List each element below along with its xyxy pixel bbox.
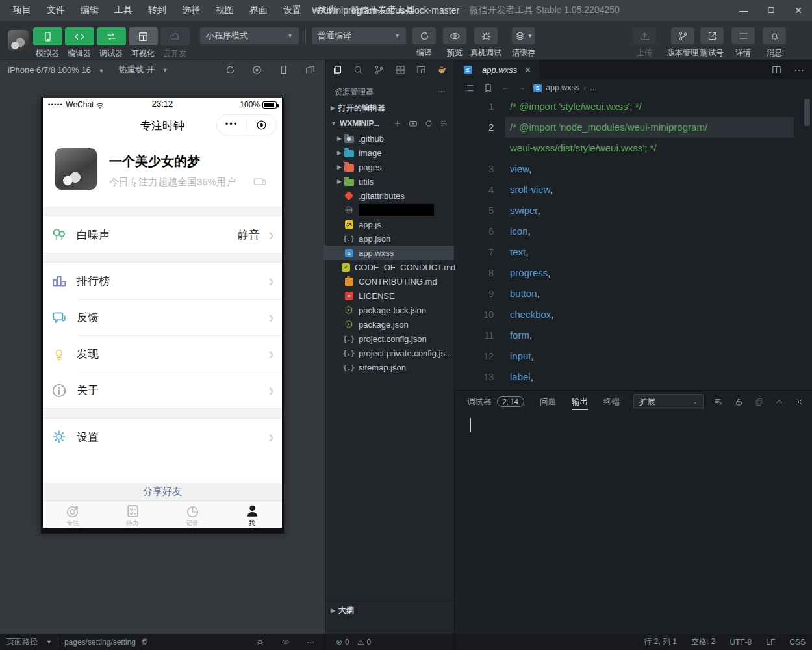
more-icon[interactable]: ⋯ [307,638,314,647]
menu-item[interactable]: 文件 [40,3,71,18]
collapse-all-icon[interactable] [440,119,449,128]
file-row[interactable]: ▶ CONTRIBUTING.md [325,274,454,289]
errors-icon[interactable]: ⊗ [336,638,342,647]
file-row[interactable]: ▶ S app.wxss [325,246,454,260]
forward-arrow-icon[interactable]: → [518,83,526,92]
file-row[interactable]: ▶ {.} project.config.json [325,332,454,346]
code-line[interactable]: 7text, [455,242,812,263]
eol-setting[interactable]: LF [766,638,775,647]
tab-bar-item[interactable]: 专注 [43,501,103,528]
vconsole-bug-icon[interactable] [256,638,264,646]
record-screen-icon[interactable] [251,64,262,75]
indent-setting[interactable]: 空格: 2 [691,636,715,647]
toolbar-panel-toggle[interactable]: 编辑器 [64,27,94,59]
file-row[interactable]: ▶ package.json [325,317,454,332]
copy-path-icon[interactable] [140,638,149,646]
warnings-icon[interactable]: ⚠ [357,638,364,647]
menu-row[interactable]: 关于 › [43,372,282,408]
debug-tab[interactable]: 输出 [572,391,588,413]
tab-bar-item[interactable]: 待办 [103,501,162,528]
split-editor-icon[interactable] [771,64,782,75]
file-row[interactable]: ▶ JS app.js [325,217,454,231]
multi-window-icon[interactable] [305,64,316,75]
back-arrow-icon[interactable]: ← [501,83,510,92]
toolbar-action-button[interactable]: 测试号 [694,27,730,58]
file-row[interactable]: ▶ ✓ CODE_OF_CONDUCT.md [325,260,454,274]
file-row[interactable]: ▶ ████████ [325,203,454,217]
file-row[interactable]: ▶ .github [325,131,454,146]
debug-tab[interactable]: 终端 [603,391,620,413]
activity-icon[interactable] [416,64,427,75]
close-panel-icon[interactable] [794,397,804,407]
copy-output-icon[interactable] [754,397,764,407]
new-folder-icon[interactable] [409,119,418,128]
device-select[interactable]: iPhone 6/7/8 100% 16 ▼ [8,65,104,75]
file-row[interactable]: ▶ {.} app.json [325,231,454,246]
code-line[interactable]: 4sroll-view, [455,179,812,200]
editor-scrollbar[interactable] [804,99,810,126]
close-icon[interactable]: ✕ [785,0,812,21]
profile-avatar[interactable] [55,148,97,190]
profile-section[interactable]: 一个美少女的梦 今日专注力超越全国36%用户 [43,140,282,207]
code-line[interactable]: 3view, [455,159,812,179]
toolbar-action-button[interactable]: 详情 [729,27,757,58]
file-row[interactable]: ▶ image [325,146,454,160]
toolbar-panel-toggle[interactable]: 调试器 [96,27,126,59]
menu-item[interactable]: 编辑 [74,3,105,18]
menu-item[interactable]: 设置 [277,3,308,18]
menu-row[interactable]: 发现 › [43,335,282,372]
menu-row[interactable]: 排行榜 › [43,263,282,299]
mode-select[interactable]: 小程序模式▼ [200,27,299,44]
outline-list-icon[interactable] [464,83,475,94]
code-line[interactable]: 12input, [455,346,812,367]
toolbar-action-button[interactable]: 消息 [759,27,790,58]
menu-item[interactable]: 项目 [6,3,38,18]
project-section[interactable]: ▼ WXMINIP... [325,116,454,131]
language-mode[interactable]: CSS [789,638,806,647]
lock-scroll-icon[interactable] [734,397,744,407]
hot-reload-toggle[interactable]: 热重载 开 ▼ [118,64,168,75]
code-line[interactable]: 11form, [455,325,812,346]
clear-output-icon[interactable] [714,397,724,407]
file-row[interactable]: ▶ {.} project.private.config.js... [325,346,454,360]
code-line[interactable]: 8progress, [455,263,812,283]
code-line[interactable]: 5swiper, [455,200,812,221]
code-line[interactable]: 13label, [455,367,812,387]
debug-tab[interactable]: 调试器 2, 14 [467,391,524,413]
more-menu-icon[interactable]: ••• [217,119,246,131]
cursor-position[interactable]: 行 2, 列 1 [644,636,677,647]
toolbar-action-button[interactable]: ▼ 编译 [411,27,437,58]
output-channel-select[interactable]: 扩展 ⌄ [633,394,704,410]
outline-section[interactable]: ▶ 大纲 [325,603,454,618]
file-row[interactable]: ▶ {.} sitemap.json [325,360,454,374]
activity-icon[interactable] [332,64,343,75]
restart-icon[interactable] [225,64,236,75]
refresh-icon[interactable] [424,119,433,128]
code-area[interactable]: 1/* @import 'style/weui.wxss'; */2/* @im… [455,96,812,390]
minimize-icon[interactable]: — [730,0,757,21]
code-line[interactable]: 1/* @import 'style/weui.wxss'; */ [455,96,812,117]
user-avatar[interactable] [8,30,29,51]
activity-icon[interactable] [437,64,448,75]
menu-item[interactable]: 视图 [209,3,240,18]
close-capsule-icon[interactable] [247,119,276,131]
debug-tab[interactable]: 问题 [540,391,556,413]
file-row[interactable]: ▶ utils [325,174,454,188]
bookmark-icon[interactable] [483,83,494,94]
page-path-select[interactable]: 页面路径 ▼ [6,636,52,647]
code-line[interactable]: 6icon, [455,221,812,242]
close-tab-icon[interactable]: ✕ [524,65,531,75]
toolbar-panel-toggle[interactable]: 模拟器 [32,27,62,59]
code-line[interactable]: 2/* @import 'node_modules/weui-miniprogr… [455,117,812,138]
code-line[interactable]: 9button, [455,283,812,304]
device-frame-icon[interactable] [278,64,289,75]
file-row[interactable]: ▶ ≡ LICENSE [325,289,454,303]
editor-tab[interactable]: S app.wxss ✕ [455,60,539,79]
menu-item[interactable]: 选择 [175,3,207,18]
tab-bar-item[interactable]: 记录 [162,501,222,528]
file-row[interactable]: ▶ .gitattributes [325,188,454,203]
share-friends-button[interactable]: 分享好友 [43,483,282,500]
toolbar-panel-toggle[interactable]: 可视化 [128,27,158,59]
visibility-eye-icon[interactable] [281,638,290,646]
menu-item[interactable]: 工具 [108,3,139,18]
